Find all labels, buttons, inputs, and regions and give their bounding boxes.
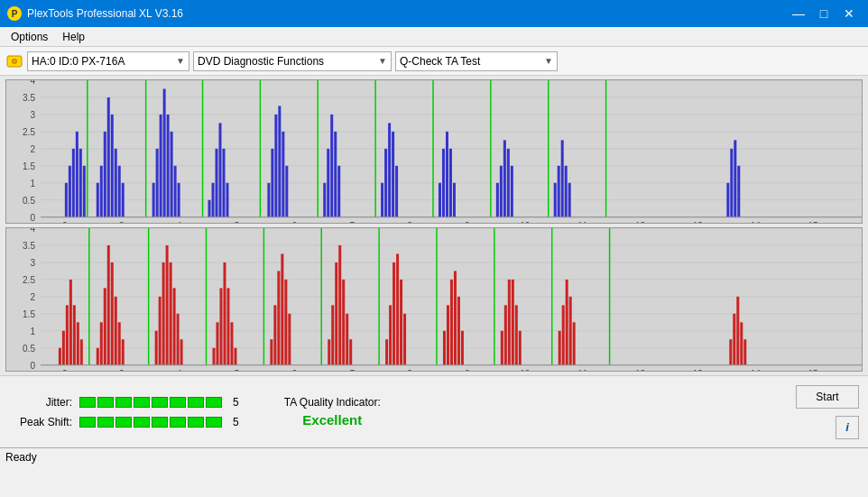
svg-rect-93 (734, 140, 736, 216)
peak-shift-bar-5 (152, 417, 168, 428)
menu-options[interactable]: Options (4, 29, 55, 45)
peak-shift-bar-container (79, 417, 222, 428)
svg-rect-129 (59, 348, 61, 365)
svg-rect-175 (346, 314, 348, 365)
info-button[interactable]: i (836, 416, 859, 439)
svg-rect-140 (107, 245, 110, 365)
menu-help[interactable]: Help (55, 29, 92, 45)
bottom-chart-svg: 4 3.5 3 2.5 2 1.5 1 0.5 0 (6, 228, 862, 371)
peak-shift-bar-3 (115, 417, 132, 428)
svg-rect-199 (559, 331, 561, 365)
jitter-bar-1 (79, 397, 96, 408)
svg-rect-144 (122, 339, 125, 364)
status-text: Ready (5, 451, 37, 464)
svg-text:6: 6 (292, 221, 298, 223)
svg-rect-64 (334, 132, 337, 217)
svg-rect-35 (118, 166, 121, 217)
test-selector[interactable]: Q-Check TA Test ▼ (395, 51, 558, 71)
svg-rect-29 (97, 183, 99, 217)
peak-shift-bar-6 (170, 417, 186, 428)
svg-rect-193 (504, 305, 507, 364)
svg-text:0.5: 0.5 (23, 344, 35, 354)
svg-text:10: 10 (520, 221, 530, 223)
svg-rect-137 (97, 348, 99, 365)
svg-text:8: 8 (407, 369, 412, 371)
svg-text:12: 12 (635, 369, 645, 371)
test-selector-arrow: ▼ (544, 56, 553, 66)
svg-rect-167 (284, 280, 287, 365)
svg-rect-51 (222, 149, 225, 217)
svg-rect-30 (100, 166, 103, 217)
svg-text:4: 4 (177, 369, 182, 371)
svg-rect-85 (554, 183, 557, 217)
app-icon: P (7, 6, 22, 21)
svg-text:2: 2 (30, 144, 35, 154)
menu-bar: Options Help (0, 27, 868, 47)
svg-rect-3 (6, 80, 862, 223)
svg-text:5: 5 (235, 221, 240, 223)
svg-rect-196 (515, 305, 518, 364)
svg-rect-92 (730, 149, 733, 217)
metrics-section: Jitter: 5 Peak Shift: (9, 396, 239, 428)
svg-rect-200 (562, 305, 565, 364)
app-title: PlexTools Professional XL V3.16 (27, 7, 183, 20)
svg-rect-161 (234, 348, 236, 365)
svg-rect-82 (507, 149, 510, 217)
drive-selector-value: HA:0 ID:0 PX-716A (32, 55, 125, 68)
svg-rect-208 (740, 322, 743, 364)
svg-text:2.5: 2.5 (23, 127, 35, 137)
peak-shift-bar-4 (134, 417, 150, 428)
svg-rect-33 (111, 115, 114, 217)
close-button[interactable]: ✕ (837, 2, 861, 25)
svg-text:0: 0 (30, 213, 35, 223)
svg-text:1: 1 (30, 327, 35, 336)
svg-rect-171 (331, 305, 334, 364)
top-chart-svg: 4 3.5 3 2.5 2 1.5 1 0.5 0 (6, 80, 862, 223)
svg-rect-148 (162, 262, 165, 365)
svg-rect-176 (349, 339, 352, 364)
svg-rect-173 (338, 245, 341, 365)
svg-text:3.5: 3.5 (23, 93, 35, 103)
svg-text:10: 10 (520, 369, 530, 371)
maximize-button[interactable]: □ (812, 2, 836, 25)
svg-text:15: 15 (808, 369, 818, 371)
svg-rect-138 (100, 322, 103, 364)
svg-rect-152 (177, 314, 180, 365)
app-icon-letter: P (12, 9, 18, 19)
ta-quality-value: Excellent (302, 412, 362, 428)
svg-text:2.5: 2.5 (23, 275, 35, 285)
start-button[interactable]: Start (796, 385, 859, 409)
svg-rect-187 (450, 280, 453, 365)
svg-rect-157 (220, 288, 223, 364)
bottom-panel: Jitter: 5 Peak Shift: (0, 375, 868, 447)
svg-rect-94 (737, 166, 740, 217)
svg-rect-195 (512, 280, 514, 365)
svg-rect-153 (180, 339, 183, 364)
drive-selector[interactable]: HA:0 ID:0 PX-716A ▼ (27, 51, 189, 71)
svg-text:2: 2 (62, 221, 68, 223)
start-btn-area: Start i (796, 385, 859, 439)
jitter-bar-5 (152, 397, 168, 408)
svg-text:4: 4 (177, 221, 182, 223)
svg-text:6: 6 (292, 369, 298, 371)
charts-area: 4 3.5 3 2.5 2 1.5 1 0.5 0 (0, 76, 868, 375)
svg-rect-32 (107, 97, 110, 217)
svg-text:14: 14 (751, 369, 761, 371)
peak-shift-label: Peak Shift: (9, 416, 72, 428)
svg-rect-178 (385, 339, 388, 364)
svg-rect-186 (447, 305, 449, 364)
drive-icon (5, 52, 23, 70)
peak-shift-value: 5 (233, 416, 239, 428)
function-selector[interactable]: DVD Diagnostic Functions ▼ (193, 51, 392, 71)
svg-rect-189 (457, 297, 460, 365)
svg-rect-52 (226, 183, 228, 217)
svg-rect-81 (503, 140, 506, 216)
svg-rect-143 (118, 322, 121, 364)
svg-rect-165 (277, 271, 280, 364)
jitter-row: Jitter: 5 (9, 396, 239, 409)
jitter-bar-7 (188, 397, 204, 408)
toolbar: HA:0 ID:0 PX-716A ▼ DVD Diagnostic Funct… (0, 47, 868, 76)
svg-point-2 (14, 60, 15, 62)
minimize-button[interactable]: — (787, 2, 810, 25)
svg-rect-130 (62, 331, 65, 365)
